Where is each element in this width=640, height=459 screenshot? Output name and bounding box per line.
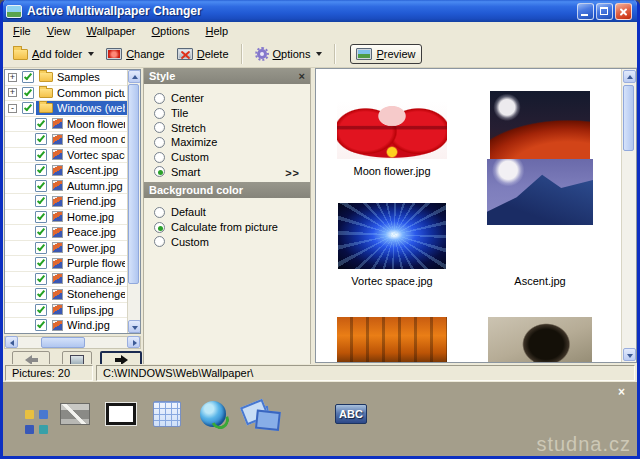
tree-checkbox[interactable] [35, 319, 47, 331]
tree-file-row[interactable]: Tulips.jpg [5, 303, 128, 319]
background-color-option[interactable]: Custom [154, 234, 278, 249]
thumbnail-item[interactable]: Friend.jpg [466, 295, 614, 363]
style-option[interactable]: Stretch [154, 120, 310, 135]
feature-icon[interactable] [105, 396, 137, 432]
radio-button[interactable] [154, 207, 165, 218]
style-option[interactable]: Custom [154, 150, 310, 165]
style-option[interactable]: Center [154, 91, 310, 106]
options-button[interactable]: Options [249, 44, 329, 64]
preview-vertical-scrollbar[interactable] [621, 69, 636, 362]
titlebar[interactable]: Active Multiwallpaper Changer [0, 0, 640, 22]
tree-checkbox[interactable] [35, 304, 47, 316]
tree-file-row[interactable]: Radiance.jpg [5, 272, 128, 288]
tree-horizontal-scrollbar[interactable] [4, 336, 141, 349]
tree-checkbox[interactable] [35, 211, 47, 223]
tree-checkbox[interactable] [35, 226, 47, 238]
tree-expander[interactable]: + [8, 73, 17, 82]
scroll-up-button[interactable] [128, 70, 141, 83]
chevron-down-icon[interactable] [88, 52, 94, 56]
maximize-button[interactable] [596, 3, 613, 20]
tree-file-row[interactable]: Red moon desert.jpg [5, 132, 128, 148]
scrollbar-thumb[interactable] [128, 84, 139, 284]
tree-checkbox[interactable] [22, 87, 34, 99]
menu-item[interactable]: File [5, 23, 39, 40]
radio-button[interactable] [154, 108, 165, 119]
tree-checkbox[interactable] [35, 164, 47, 176]
tree-expander[interactable]: - [8, 104, 17, 113]
delete-button[interactable]: Delete [171, 44, 235, 64]
thumbnail-image[interactable] [337, 317, 447, 363]
feature-icon[interactable] [197, 396, 229, 432]
thumbnail-image[interactable] [337, 101, 447, 159]
feature-icon[interactable] [243, 396, 275, 432]
tree-file-row[interactable]: Home.jpg [5, 210, 128, 226]
thumbnail-item[interactable]: Autumn.jpg [318, 295, 466, 363]
tree-checkbox[interactable] [35, 273, 47, 285]
add-folder-button[interactable]: Add folder [7, 44, 100, 64]
preview-button[interactable]: Preview [350, 44, 421, 64]
tree-file-row[interactable]: Moon flower.jpg [5, 117, 128, 133]
thumbnail-item[interactable]: Vortec space.jpg [318, 185, 466, 295]
radio-button[interactable] [154, 166, 165, 177]
tree-file-row[interactable]: Purple flower.jpg [5, 256, 128, 272]
scroll-down-button[interactable] [128, 320, 141, 333]
tree-checkbox[interactable] [35, 133, 47, 145]
tree-file-row[interactable]: Stonehenge.jpg [5, 287, 128, 303]
radio-button[interactable] [154, 137, 165, 148]
tree-checkbox[interactable] [35, 242, 47, 254]
thumbnail-image[interactable] [338, 203, 446, 269]
tree-checkbox[interactable] [22, 71, 34, 83]
menu-item[interactable]: Options [144, 23, 198, 40]
scroll-left-button[interactable] [5, 336, 18, 348]
tree-folder-row[interactable]: + Samples [5, 70, 128, 86]
style-panel-close-icon[interactable]: × [299, 70, 305, 82]
tree-file-row[interactable]: Ascent.jpg [5, 163, 128, 179]
scroll-right-button[interactable] [127, 336, 140, 348]
radio-button[interactable] [154, 122, 165, 133]
tree-checkbox[interactable] [22, 102, 34, 114]
menu-item[interactable]: Wallpaper [78, 23, 143, 40]
tree-checkbox[interactable] [35, 257, 47, 269]
feature-icon[interactable]: ABC [335, 396, 367, 432]
radio-button[interactable] [154, 152, 165, 163]
scrollbar-thumb[interactable] [623, 85, 634, 151]
close-button[interactable] [615, 3, 632, 20]
radio-button[interactable] [154, 222, 165, 233]
style-option[interactable]: Maximize [154, 135, 310, 150]
feature-icon[interactable] [59, 396, 91, 432]
menu-item[interactable]: View [39, 23, 79, 40]
menu-item[interactable]: Help [197, 23, 236, 40]
tree-checkbox[interactable] [35, 180, 47, 192]
tree-file-row[interactable]: Vortec space.jpg [5, 148, 128, 164]
scrollbar-thumb[interactable] [41, 337, 85, 348]
tree-folder-row[interactable]: - Windows (web) [5, 101, 128, 117]
thumbnail-image[interactable] [487, 159, 593, 225]
change-button[interactable]: Change [100, 44, 171, 64]
tree-file-row[interactable]: Wind.jpg [5, 318, 128, 334]
style-option[interactable]: Tile [154, 106, 310, 121]
thumbnail-item[interactable]: Ascent.jpg [466, 185, 614, 295]
tree-checkbox[interactable] [35, 118, 47, 130]
tree-file-row[interactable]: Friend.jpg [5, 194, 128, 210]
scroll-up-button[interactable] [623, 70, 636, 83]
background-color-option[interactable]: Calculate from picture [154, 220, 278, 235]
tree-checkbox[interactable] [35, 149, 47, 161]
tree-vertical-scrollbar[interactable] [127, 70, 140, 333]
feature-icon[interactable] [151, 396, 183, 432]
minimize-button[interactable] [577, 3, 594, 20]
tree-file-row[interactable]: Peace.jpg [5, 225, 128, 241]
radio-button[interactable] [154, 236, 165, 247]
thumbnail-item[interactable]: Moon flower.jpg [318, 75, 466, 185]
thumbnail-image[interactable] [488, 317, 592, 363]
background-color-option[interactable]: Default [154, 205, 278, 220]
scroll-down-button[interactable] [623, 348, 636, 361]
tree-file-row[interactable]: Autumn.jpg [5, 179, 128, 195]
thumbnail-image[interactable] [490, 91, 590, 159]
tree-checkbox[interactable] [35, 288, 47, 300]
tree-folder-row[interactable]: + Common pictures [5, 86, 128, 102]
feature-icon[interactable] [13, 396, 45, 432]
chevron-down-icon[interactable] [316, 52, 322, 56]
tree-checkbox[interactable] [35, 195, 47, 207]
smart-style-expand-link[interactable]: >> [285, 167, 300, 179]
tree-expander[interactable]: + [8, 88, 17, 97]
